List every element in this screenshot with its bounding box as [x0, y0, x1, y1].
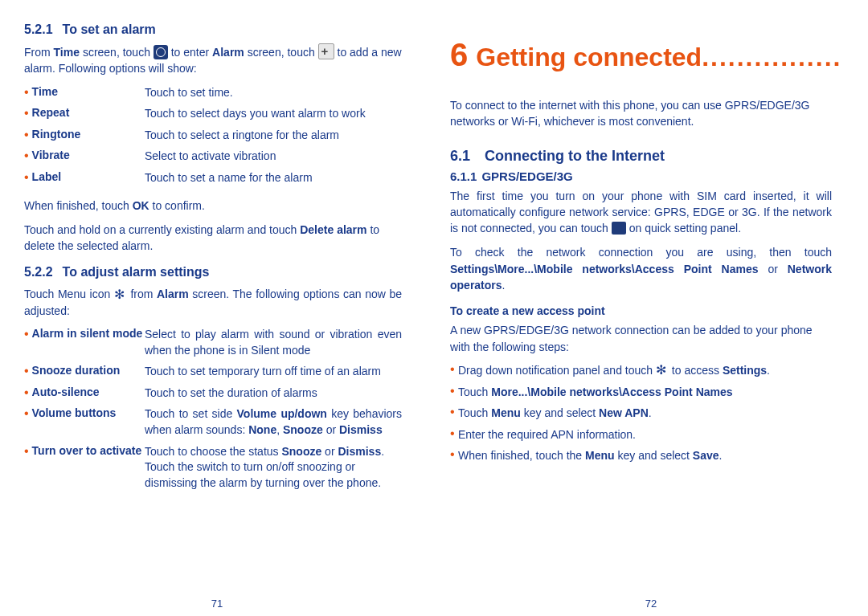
page-number-right: 72 — [645, 598, 657, 610]
clock-icon — [154, 45, 168, 59]
gear-icon — [656, 364, 669, 377]
para-adjust: Touch Menu icon from Alarm screen. The f… — [24, 286, 402, 319]
opt-row: •Repeat Touch to select days you want al… — [24, 106, 402, 122]
bullet-icon: • — [24, 444, 29, 458]
opt-row: •Vibrate Select to activate vibration — [24, 149, 402, 165]
para-intro: To connect to the internet with this pho… — [450, 97, 832, 130]
network-icon — [612, 222, 626, 235]
opt-row: •Auto-silence Touch to set the duration … — [24, 386, 402, 402]
bullet-icon: • — [24, 149, 29, 162]
bullet-icon: • — [24, 85, 29, 99]
bullet-icon: • — [24, 386, 29, 399]
para-confirm: When finished, touch OK to confirm. — [24, 198, 402, 214]
opt-row: •Alarm in silent mode Select to play ala… — [24, 327, 402, 358]
bullet-icon: • — [450, 363, 458, 379]
para-delete: Touch and hold on a currently existing a… — [24, 222, 402, 255]
heading-522-title: To adjust alarm settings — [63, 265, 210, 279]
plus-icon — [318, 43, 334, 59]
bullet-icon: • — [450, 427, 458, 443]
bullet-icon: • — [24, 406, 29, 420]
chapter-dots: ................ — [702, 43, 841, 72]
opt-row: •Snooze duration Touch to set temporary … — [24, 364, 402, 380]
heading-521: 5.2.1To set an alarm — [24, 22, 402, 37]
chapter-title: Getting connected — [476, 43, 702, 72]
heading-521-num: 5.2.1 — [24, 22, 53, 36]
opt-row: •Volume buttons Touch to set side Volume… — [24, 406, 402, 438]
heading-521-title: To set an alarm — [63, 22, 156, 36]
para-set-alarm: From Time screen, touch to enter Alarm s… — [24, 43, 402, 77]
bullet-icon: • — [24, 170, 29, 184]
heading-61: 6.1Connecting to the Internet — [450, 148, 832, 165]
list-item: • Enter the required APN information. — [450, 427, 832, 443]
para-check: To check the network connection you are … — [450, 244, 832, 293]
list-item: • When finished, touch the Menu key and … — [450, 448, 832, 464]
heading-611: 6.1.1GPRS/EDGE/3G — [450, 169, 832, 183]
bullet-icon: • — [24, 128, 29, 141]
bullet-icon: • — [24, 364, 29, 377]
heading-522-num: 5.2.2 — [24, 265, 53, 279]
gear-icon — [114, 288, 127, 300]
bullet-icon: • — [24, 327, 29, 341]
bullet-icon: • — [450, 448, 458, 464]
opt-row: •Ringtone Touch to select a ringtone for… — [24, 128, 402, 144]
chapter-heading: 6 Getting connected................ — [450, 37, 832, 73]
subhead-new-apn: To create a new access point — [450, 304, 832, 317]
list-item: • Touch More...\Mobile networks\Access P… — [450, 385, 832, 401]
chapter-number: 6 — [450, 37, 468, 73]
bullet-icon: • — [24, 106, 29, 120]
list-item: • Drag down notification panel and touch… — [450, 363, 832, 379]
opt-row: •Time Touch to set time. — [24, 85, 402, 101]
bullet-icon: • — [450, 406, 458, 422]
page-left: 5.2.1To set an alarm From Time screen, t… — [0, 0, 434, 616]
list-item: • Touch Menu key and select New APN. — [450, 406, 832, 422]
page-number-left: 71 — [211, 598, 223, 610]
bullet-icon: • — [450, 385, 458, 401]
para-gprs: The first time you turn on your phone wi… — [450, 188, 832, 237]
para-new-conn: A new GPRS/EDGE/3G network connection ca… — [450, 322, 832, 355]
heading-522: 5.2.2To adjust alarm settings — [24, 265, 402, 279]
opt-row: •Turn over to activate Touch to choose t… — [24, 444, 402, 492]
opt-row: •Label Touch to set a name for the alarm — [24, 170, 402, 186]
page-right: 6 Getting connected................ To c… — [434, 0, 868, 616]
